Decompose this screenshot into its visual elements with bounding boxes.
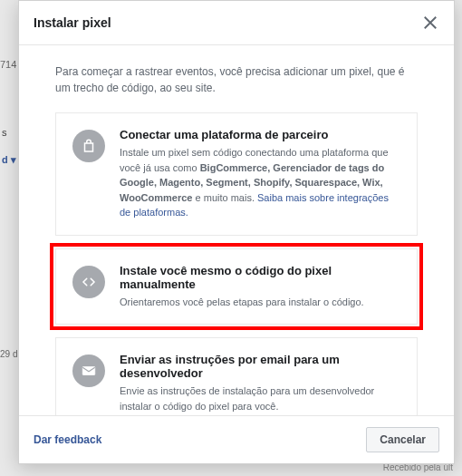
intro-text: Para começar a rastrear eventos, você pr… bbox=[55, 63, 418, 96]
option-desc: Orientaremos você pelas etapas para inst… bbox=[120, 295, 400, 310]
option-text: Instale você mesmo o código do pixel man… bbox=[120, 264, 400, 310]
modal-title: Instalar pixel bbox=[34, 15, 111, 30]
option-title: Instale você mesmo o código do pixel man… bbox=[120, 264, 400, 291]
close-icon bbox=[421, 14, 439, 32]
install-pixel-modal: Instalar pixel Para começar a rastrear e… bbox=[18, 0, 455, 464]
mail-icon bbox=[72, 355, 105, 387]
modal-footer: Dar feedback Cancelar bbox=[19, 415, 454, 463]
bg-text: 714 bbox=[0, 59, 16, 70]
option-text: Enviar as instruções por email para um d… bbox=[120, 353, 400, 413]
cancel-button[interactable]: Cancelar bbox=[366, 427, 439, 452]
option-manual-install[interactable]: Instale você mesmo o código do pixel man… bbox=[55, 248, 418, 325]
bg-text: 29 d bbox=[0, 349, 17, 359]
feedback-link[interactable]: Dar feedback bbox=[34, 433, 101, 446]
option-email-developer[interactable]: Enviar as instruções por email para um d… bbox=[55, 337, 418, 415]
code-icon bbox=[72, 266, 105, 298]
bag-icon bbox=[72, 130, 105, 162]
modal-header: Instalar pixel bbox=[19, 1, 454, 45]
option-title: Enviar as instruções por email para um d… bbox=[120, 353, 400, 380]
bg-text: s bbox=[2, 127, 7, 138]
bg-text: d ▾ bbox=[2, 154, 16, 166]
option-desc: Envie as instruções de instalação para u… bbox=[120, 384, 400, 413]
option-title: Conectar uma plataforma de parceiro bbox=[120, 128, 400, 141]
modal-body: Para começar a rastrear eventos, você pr… bbox=[19, 45, 454, 415]
option-desc: Instale um pixel sem código conectando u… bbox=[120, 145, 400, 220]
svg-rect-0 bbox=[82, 367, 95, 375]
option-partner-platform[interactable]: Conectar uma plataforma de parceiro Inst… bbox=[55, 112, 418, 236]
option-text: Conectar uma plataforma de parceiro Inst… bbox=[120, 128, 400, 220]
desc-suffix: e muito mais. bbox=[192, 192, 257, 203]
close-button[interactable] bbox=[421, 14, 439, 32]
